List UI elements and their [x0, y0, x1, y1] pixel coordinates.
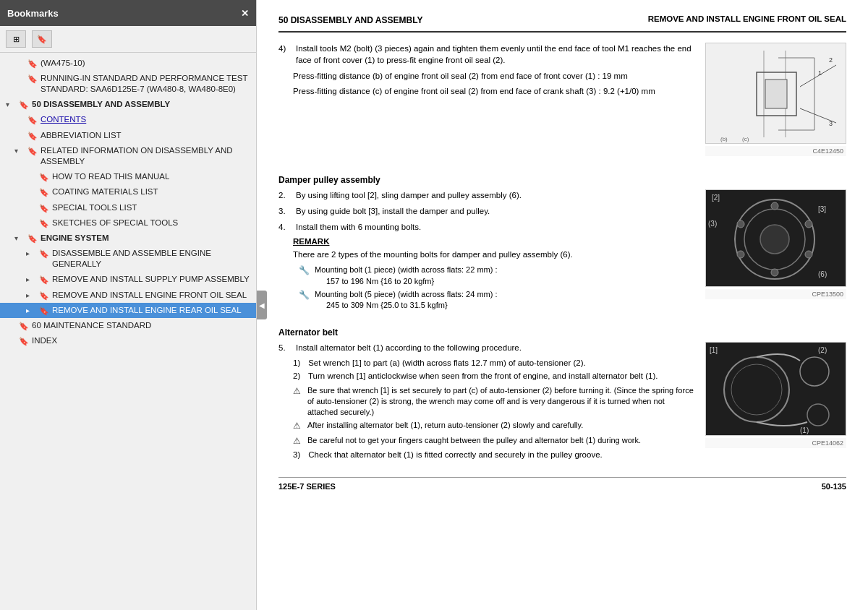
bolt2-torque: 245 to 309 Nm {25.0 to 31.5 kgfm} [326, 301, 448, 309]
doc-step-2: 2. By using lifting tool [2], sling damp… [278, 189, 694, 201]
expand-arrow-icon[interactable] [26, 306, 35, 315]
figure-3-caption: CPE14062 [705, 438, 846, 448]
expand-arrow-icon[interactable] [14, 146, 23, 155]
warning-2: ⚠ After installing alternator belt (1), … [293, 420, 694, 431]
bookmark-item-rear-oil-seal[interactable]: 🔖 REMOVE AND INSTALL ENGINE REAR OIL SEA… [0, 303, 256, 318]
svg-text:[1]: [1] [710, 346, 718, 354]
bookmark-icon: 🔖 [39, 172, 49, 182]
svg-text:(b): (b) [720, 136, 728, 142]
footer-page: 50-135 [822, 482, 846, 491]
footer-series: 125E-7 SERIES [278, 482, 336, 491]
bookmark-icon: 🔖 [27, 146, 38, 156]
expand-arrow-icon[interactable] [26, 249, 35, 258]
svg-point-18 [760, 225, 789, 254]
step-content: By using lifting tool [2], sling damper … [296, 189, 694, 201]
svg-text:[2]: [2] [712, 194, 720, 202]
bookmark-item-how-to-read[interactable]: 🔖 HOW TO READ THIS MANUAL [0, 169, 256, 184]
sidebar-toolbar: ⊞ 🔖 [0, 26, 256, 53]
wrench-icon: 🔧 [299, 265, 310, 287]
figure-2-container: [2] [3] (3) (6) CPE13500 [705, 189, 846, 299]
warning-icon: ⚠ [293, 420, 303, 431]
bookmark-icon: 🔖 [27, 233, 38, 244]
bookmark-icon: 🔖 [19, 100, 29, 110]
bookmark-icon: 🔖 [27, 59, 38, 69]
expand-arrow-icon[interactable] [6, 100, 14, 109]
bookmark-label: REMOVE AND INSTALL ENGINE FRONT OIL SEAL [52, 290, 250, 301]
svg-point-20 [805, 220, 812, 228]
step-number: 5. [278, 342, 290, 353]
alternator-section-title: Alternator belt [278, 327, 846, 338]
warning-3: ⚠ Be careful not to get your fingers cau… [293, 435, 694, 447]
bookmark-item-special-tools[interactable]: 🔖 SPECIAL TOOLS LIST [0, 200, 256, 215]
bookmark-icon: 🔖 [27, 131, 38, 141]
bookmark-label: 50 DISASSEMBLY AND ASSEMBLY [32, 99, 250, 110]
doc-page-title: REMOVE AND INSTALL ENGINE FRONT OIL SEAL [648, 14, 846, 23]
doc-section-damper: Damper pulley assembly [2] [3] (3) (6) [278, 175, 846, 316]
step-number: 3. [278, 205, 290, 217]
bookmark-item-wa475[interactable]: 🔖 (WA475-10) [0, 56, 256, 71]
bookmark-item-engine-system[interactable]: 🔖 ENGINE SYSTEM [0, 231, 256, 246]
close-icon[interactable]: ✕ [241, 8, 249, 19]
doc-step-4: 4) Install tools M2 (bolt) (3 pieces) ag… [278, 43, 694, 66]
bookmark-item-contents[interactable]: 🔖 CONTENTS [0, 112, 256, 127]
bookmark-item-50-disassembly[interactable]: 🔖 50 DISASSEMBLY AND ASSEMBLY [0, 97, 256, 112]
bookmark-item-coating[interactable]: 🔖 COATING MATERIALS LIST [0, 184, 256, 199]
bookmark-item-supply-pump[interactable]: 🔖 REMOVE AND INSTALL SUPPLY PUMP ASSEMBL… [0, 272, 256, 287]
bolt2-item: 🔧 Mounting bolt (5 piece) (width across … [299, 289, 694, 312]
svg-rect-29 [706, 343, 846, 436]
bookmark-label: COATING MATERIALS LIST [52, 186, 250, 197]
svg-point-24 [737, 220, 744, 228]
svg-rect-4 [765, 80, 787, 108]
sidebar-collapse-tab[interactable]: ◀ [257, 291, 267, 319]
damper-section-title: Damper pulley assembly [278, 175, 846, 185]
bookmark-item-abbreviation[interactable]: 🔖 ABBREVIATION LIST [0, 128, 256, 143]
expand-arrow-icon[interactable] [14, 233, 23, 243]
bookmark-icon: 🔖 [27, 74, 38, 84]
figure-2: [2] [3] (3) (6) [705, 189, 846, 287]
bolt1-item: 🔧 Mounting bolt (1 piece) (width across … [299, 265, 694, 287]
bookmark-label: DISASSEMBLE AND ASSEMBLE ENGINE GENERALL… [52, 248, 250, 270]
doc-section-step4: 1 2 3 (b) (c) C4E12450 4) Install tools … [278, 43, 846, 163]
bookmark-label: (WA475-10) [41, 58, 250, 69]
warning-icon: ⚠ [293, 435, 303, 447]
bookmark-icon: 🔖 [39, 249, 49, 259]
bookmark-icon: 🔖 [39, 187, 49, 197]
bookmark-item-sketches[interactable]: 🔖 SKETCHES OF SPECIAL TOOLS [0, 215, 256, 231]
expand-arrow-icon[interactable] [26, 275, 35, 284]
svg-point-23 [737, 251, 744, 258]
sidebar-header: Bookmarks ✕ [0, 0, 256, 26]
document-footer: 125E-7 SERIES 50-135 [278, 477, 846, 491]
bookmark-item-related-info[interactable]: 🔖 RELATED INFORMATION ON DISASSEMBLY AND… [0, 143, 256, 169]
bolt1-torque: 157 to 196 Nm {16 to 20 kgfm} [326, 277, 434, 285]
bookmark-item-front-oil-seal[interactable]: 🔖 REMOVE AND INSTALL ENGINE FRONT OIL SE… [0, 288, 256, 303]
doc-section-title: 50 DISASSEMBLY AND ASSEMBLY [278, 14, 422, 27]
bookmark-item-running-in[interactable]: 🔖 RUNNING-IN STANDARD AND PERFORMANCE TE… [0, 71, 256, 97]
figure-3: [1] (2) (1) [705, 342, 846, 436]
warning-1: ⚠ Be sure that wrench [1] is set securel… [293, 385, 694, 418]
bookmark-item-60-maintenance[interactable]: 🔖 60 MAINTENANCE STANDARD [0, 318, 256, 333]
doc-step-4b: 4. Install them with 6 mounting bolts. [278, 221, 694, 233]
bookmark-label: ABBREVIATION LIST [41, 130, 250, 141]
doc-step-5: 5. Install alternator belt (1) according… [278, 342, 694, 353]
svg-text:[3]: [3] [818, 205, 826, 213]
grid-view-button[interactable]: ⊞ [6, 30, 26, 48]
doc-step-3: 3. By using guide bolt [3], install the … [278, 205, 694, 217]
bookmark-icon: 🔖 [39, 306, 49, 316]
bookmark-item-index[interactable]: 🔖 INDEX [0, 333, 256, 348]
warning-icon: ⚠ [293, 385, 303, 418]
sub-step-number: 3) [293, 450, 306, 461]
bookmark-item-disassemble-engine[interactable]: 🔖 DISASSEMBLE AND ASSEMBLE ENGINE GENERA… [0, 246, 256, 272]
bookmark-label: REMOVE AND INSTALL ENGINE REAR OIL SEAL [52, 305, 250, 316]
bookmark-icon: 🔖 [39, 203, 49, 213]
main-content: 50 DISASSEMBLY AND ASSEMBLY REMOVE AND I… [257, 0, 868, 610]
sub-step-content: Set wrench [1] to part (a) (width across… [308, 358, 586, 367]
doc-section-label: 50 DISASSEMBLY AND ASSEMBLY [278, 15, 422, 25]
expand-arrow-icon[interactable] [26, 291, 35, 300]
sidebar-title: Bookmarks [7, 8, 59, 19]
bookmark-label: REMOVE AND INSTALL SUPPLY PUMP ASSEMBLY [52, 274, 250, 285]
svg-text:3: 3 [829, 120, 833, 127]
bookmark-icon: 🔖 [39, 291, 49, 301]
bookmark-icon: 🔖 [19, 336, 29, 346]
bookmark-icon: 🔖 [39, 275, 49, 285]
bookmark-new-button[interactable]: 🔖 [32, 30, 52, 48]
